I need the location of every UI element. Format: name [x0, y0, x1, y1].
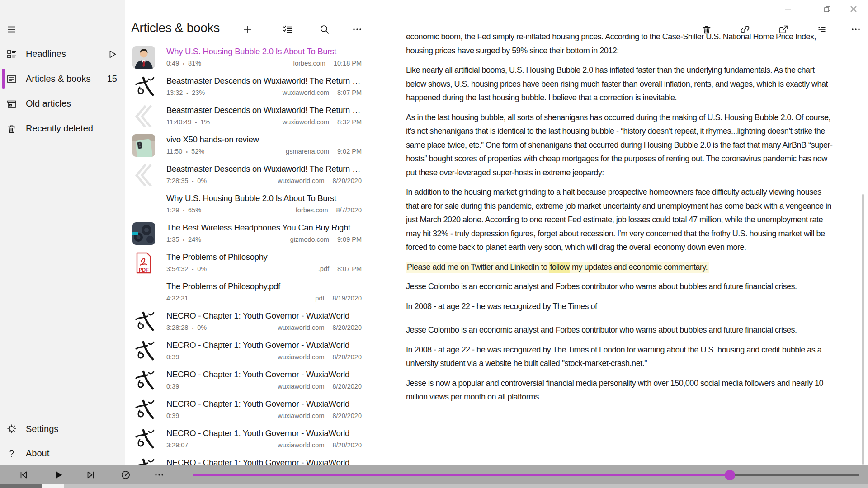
list-item-title: NECRO - Chapter 1: Youth Governor - Wuxi…	[166, 340, 363, 350]
list-item[interactable]: vivo X50 hands-on review 11:50 • 52% gsm…	[125, 131, 368, 160]
sidebar-item-about[interactable]: About	[0, 441, 125, 465]
list-item-thumbnail	[132, 340, 155, 362]
list-item[interactable]: Why U.S. Housing Bubble 2.0 Is About To …	[125, 43, 368, 72]
list-item-meta: 1:35 • 24% gizmodo.com 9:09 PM	[166, 236, 362, 243]
list-item[interactable]: NECRO - Chapter 1: Youth Governor - Wuxi…	[125, 366, 368, 395]
sidebar: Headlines Articles & books 15	[0, 0, 125, 465]
list-item-thumbnail	[132, 105, 155, 127]
seek-bar[interactable]	[193, 474, 859, 476]
list-item-time: 8/20/2020	[332, 383, 362, 390]
list-item[interactable]: NECRO - Chapter 1: Youth Governor - Wuxi…	[125, 454, 368, 465]
share-icon	[778, 24, 789, 35]
article-paragraph: Please add me on Twitter and LinkedIn to…	[406, 260, 835, 274]
seek-bar-thumb[interactable]	[725, 470, 735, 480]
reading-more-button[interactable]	[849, 23, 862, 36]
article-paragraph: In 2008 - at age 22 - he was recognized …	[406, 343, 835, 371]
article-viewport[interactable]: economic boom, the Fed simply re-inflate…	[406, 34, 841, 462]
list-item-title: NECRO - Chapter 1: Youth Governor - Wuxi…	[166, 370, 363, 380]
list-item-title: NECRO - Chapter 1: Youth Governor - Wuxi…	[166, 399, 363, 409]
list-item-title: vivo X50 hands-on review	[166, 135, 363, 145]
bottom-strip-light-segment	[42, 484, 64, 488]
reader-view-icon	[816, 24, 827, 35]
close-button[interactable]	[849, 5, 858, 14]
list-item-source: .pdf	[313, 295, 324, 302]
list-item-meta: 3:29:07 • wuxiaworld.com 8/20/2020	[166, 441, 362, 449]
list-item-meta: 0:39 • wuxiaworld.com 8/20/2020	[166, 412, 362, 419]
article-paragraph: As in the last housing bubble, all sorts…	[406, 111, 835, 180]
articles-books-icon	[6, 73, 18, 85]
share-button[interactable]	[777, 23, 790, 36]
list-item-progress-percent: 52%	[191, 148, 204, 155]
spoken-word-highlight: follow	[549, 262, 570, 273]
list-item-time: 8:07 PM	[337, 265, 362, 272]
list-item[interactable]: NECRO - Chapter 1: Youth Governor - Wuxi…	[125, 337, 368, 366]
skip-next-button[interactable]	[84, 468, 98, 482]
search-button[interactable]	[318, 23, 331, 36]
list-item-time: 8/20/2020	[332, 324, 362, 331]
reading-scrollbar-thumb[interactable]	[862, 194, 864, 465]
restore-button[interactable]	[823, 5, 832, 14]
article-paragraph: In 2008 - at age 22 - he was recognized …	[406, 300, 835, 314]
bottom-strip-dark-segment	[0, 484, 42, 488]
sidebar-footer: Settings About	[0, 417, 125, 465]
sidebar-item-old-articles[interactable]: Old articles	[0, 91, 125, 116]
list-item-source: wuxiaworld.com	[278, 177, 324, 184]
wuxiaworld-calligraphy-thumbnail	[132, 399, 155, 421]
list-item-time: 8/20/2020	[332, 412, 362, 419]
list-item[interactable]: Beastmaster Descends on Wuxiaworld! The …	[125, 160, 368, 190]
article-paragraph: Like nearly all artificial booms, U.S. H…	[406, 63, 835, 105]
list-item[interactable]: NECRO - Chapter 1: Youth Governor - Wuxi…	[125, 425, 368, 454]
list-item[interactable]: The Best Wireless Headphones You Can Buy…	[125, 219, 368, 249]
wuxiaworld-calligraphy-thumbnail	[132, 310, 155, 333]
list-item-meta: 0:39 • wuxiaworld.com 8/20/2020	[166, 353, 362, 361]
chevron-placeholder-thumbnail	[132, 105, 155, 127]
list-item[interactable]: PDF The Problems of Philosophy 3:54:32 •…	[125, 249, 368, 278]
play-button[interactable]	[52, 468, 65, 482]
list-item-title: NECRO - Chapter 1: Youth Governor - Wuxi…	[166, 458, 363, 465]
list-item[interactable]: Beastmaster Descends on Wuxiaworld! The …	[125, 102, 368, 131]
trash-icon	[6, 123, 18, 135]
minimize-button[interactable]	[783, 5, 793, 14]
list-item-progress-percent: 23%	[192, 89, 205, 96]
list-item-source: wuxiaworld.com	[283, 89, 329, 96]
list-item-meta: 3:54:32 • 0% .pdf 8:07 PM	[166, 265, 362, 272]
sidebar-item-articles-books[interactable]: Articles & books 15	[0, 66, 125, 91]
list-more-button[interactable]	[351, 23, 363, 36]
list-item-source: wuxiaworld.com	[278, 324, 324, 331]
multi-select-button[interactable]	[282, 23, 294, 36]
list-item[interactable]: The Problems of Philosophy.pdf 4:32:31 •…	[125, 278, 368, 307]
play-icon	[53, 469, 64, 480]
delete-article-button[interactable]	[700, 23, 713, 36]
list-item[interactable]: Beastmaster Descends on Wuxiaworld! The …	[125, 72, 368, 102]
player-more-button[interactable]	[152, 468, 166, 482]
list-item-duration: 0:39	[166, 412, 179, 419]
sidebar-item-headlines[interactable]: Headlines	[0, 42, 125, 66]
sidebar-item-settings[interactable]: Settings	[0, 417, 125, 441]
skip-previous-button[interactable]	[17, 468, 30, 482]
list-item-thumbnail	[132, 164, 155, 186]
list-item-meta: 3:28:28 • 0% wuxiaworld.com 8/20/2020	[166, 324, 362, 331]
list-item-thumbnail	[132, 399, 155, 421]
blank-thumbnail	[132, 281, 155, 304]
highlight-text-after: my updates and economic commentary.	[570, 263, 708, 272]
list-item-source: .pdf	[318, 265, 329, 272]
list-item-thumbnail	[132, 46, 155, 69]
play-headlines-button[interactable]	[107, 49, 117, 59]
list-item-source: wuxiaworld.com	[278, 441, 324, 449]
reader-view-button[interactable]	[816, 23, 828, 36]
copy-link-button[interactable]	[739, 23, 751, 36]
hamburger-menu-button[interactable]	[6, 23, 18, 35]
list-item-duration: 11:50	[166, 148, 182, 155]
list-item-title: The Best Wireless Headphones You Can Buy…	[166, 223, 363, 233]
article-list: Why U.S. Housing Bubble 2.0 Is About To …	[125, 43, 368, 465]
sidebar-item-recently-deleted[interactable]: Recently deleted	[0, 116, 125, 141]
playback-speed-button[interactable]	[119, 468, 132, 482]
link-icon	[740, 24, 750, 35]
list-item-title: NECRO - Chapter 1: Youth Governor - Wuxi…	[166, 311, 363, 321]
list-item-time: 9:02 PM	[337, 148, 362, 155]
add-article-button[interactable]	[241, 23, 254, 36]
list-item[interactable]: NECRO - Chapter 1: Youth Governor - Wuxi…	[125, 307, 368, 337]
list-item[interactable]: NECRO - Chapter 1: Youth Governor - Wuxi…	[125, 395, 368, 425]
highlighted-sentence: Please add me on Twitter and LinkedIn to…	[406, 262, 709, 273]
list-item[interactable]: Why U.S. Housing Bubble 2.0 Is About To …	[125, 190, 368, 219]
